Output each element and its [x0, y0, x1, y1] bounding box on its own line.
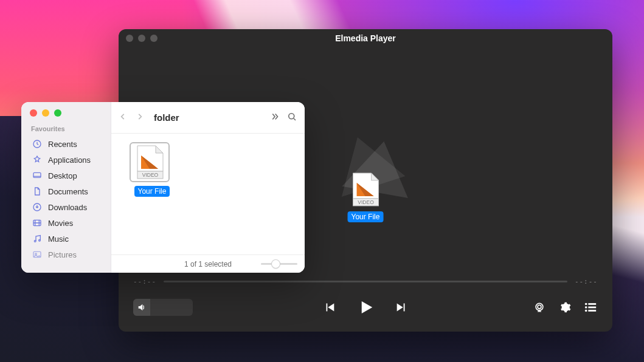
svg-text:VIDEO: VIDEO	[142, 172, 159, 178]
finder-close-button[interactable]	[30, 109, 37, 117]
sidebar-item-label: Applications	[48, 155, 91, 165]
playlist-icon[interactable]	[583, 300, 598, 315]
svg-rect-4	[588, 303, 596, 305]
status-text: 1 of 1 selected	[184, 260, 232, 268]
sidebar-item-label: Desktop	[48, 171, 77, 180]
pictures-icon	[32, 250, 42, 259]
search-icon[interactable]	[286, 111, 297, 125]
finder-toolbar: folder	[111, 102, 305, 134]
desktop-icon	[32, 171, 42, 180]
icon-zoom-slider[interactable]	[261, 263, 297, 265]
file-label: Your File	[134, 186, 170, 197]
music-icon	[32, 234, 42, 244]
volume-icon	[133, 299, 150, 316]
svg-rect-6	[588, 307, 596, 309]
transport-bar: --:-- --:--	[133, 273, 598, 332]
sidebar-item-documents[interactable]: Documents	[21, 183, 111, 199]
sidebar-item-music[interactable]: Music	[21, 231, 111, 247]
apps-icon	[32, 155, 42, 165]
previous-button[interactable]	[322, 300, 337, 315]
play-button[interactable]	[355, 297, 376, 318]
sidebar-item-pictures[interactable]: Pictures	[21, 247, 111, 262]
finder-sidebar: Favourites Recents Applications Desktop …	[21, 102, 111, 273]
next-button[interactable]	[394, 300, 409, 315]
svg-point-5	[585, 306, 587, 309]
svg-point-3	[585, 303, 587, 306]
download-icon	[32, 202, 42, 212]
svg-point-13	[34, 241, 36, 242]
document-icon	[32, 186, 42, 196]
sidebar-section-title: Favourites	[21, 125, 111, 132]
seek-track[interactable]	[164, 281, 567, 282]
svg-point-17	[289, 113, 294, 118]
sidebar-item-desktop[interactable]: Desktop	[21, 168, 111, 183]
nav-forward-button[interactable]	[136, 112, 144, 123]
sidebar-item-label: Downloads	[48, 203, 87, 212]
sidebar-item-movies[interactable]: Movies	[21, 215, 111, 231]
file-item[interactable]: VIDEO Your File	[130, 142, 175, 197]
finder-traffic-lights	[30, 109, 111, 117]
svg-rect-8	[588, 310, 596, 312]
svg-point-1	[536, 303, 543, 310]
sidebar-item-label: Movies	[48, 219, 73, 228]
sidebar-item-label: Music	[48, 234, 69, 244]
file-type-label: VIDEO	[358, 199, 375, 205]
svg-rect-10	[33, 172, 41, 177]
sidebar-item-applications[interactable]: Applications	[21, 152, 111, 168]
folder-title: folder	[154, 112, 179, 123]
clock-icon	[32, 139, 42, 149]
finder-content[interactable]: VIDEO Your File	[111, 134, 305, 254]
gear-icon[interactable]	[558, 300, 572, 315]
finder-window: Favourites Recents Applications Desktop …	[21, 102, 305, 273]
svg-point-7	[585, 310, 587, 312]
finder-minimize-button[interactable]	[42, 109, 49, 117]
finder-main: folder VIDEO Your File	[111, 102, 305, 273]
dragged-file-label: Your File	[348, 211, 384, 222]
volume-control[interactable]	[133, 299, 193, 316]
finder-status-bar: 1 of 1 selected	[111, 254, 305, 273]
sidebar-item-recents[interactable]: Recents	[21, 136, 111, 152]
file-icon: VIDEO	[350, 172, 381, 207]
movies-icon	[32, 218, 42, 228]
sidebar-item-label: Documents	[48, 187, 88, 196]
player-title: Elmedia Player	[119, 33, 612, 43]
nav-back-button[interactable]	[119, 112, 127, 123]
svg-point-2	[538, 305, 541, 309]
sidebar-item-label: Recents	[48, 140, 77, 149]
time-elapsed: --:--	[133, 278, 156, 285]
toolbar-more-icon[interactable]	[269, 111, 280, 125]
sidebar-item-label: Pictures	[48, 250, 77, 259]
finder-zoom-button[interactable]	[54, 109, 61, 117]
svg-point-14	[39, 239, 41, 241]
airplay-icon[interactable]	[532, 300, 547, 315]
time-remaining: --:--	[575, 278, 598, 285]
sidebar-item-downloads[interactable]: Downloads	[21, 199, 111, 215]
player-titlebar[interactable]: Elmedia Player	[119, 29, 612, 47]
file-icon: VIDEO	[130, 142, 170, 182]
dragged-file[interactable]: VIDEO Your File	[348, 172, 384, 222]
